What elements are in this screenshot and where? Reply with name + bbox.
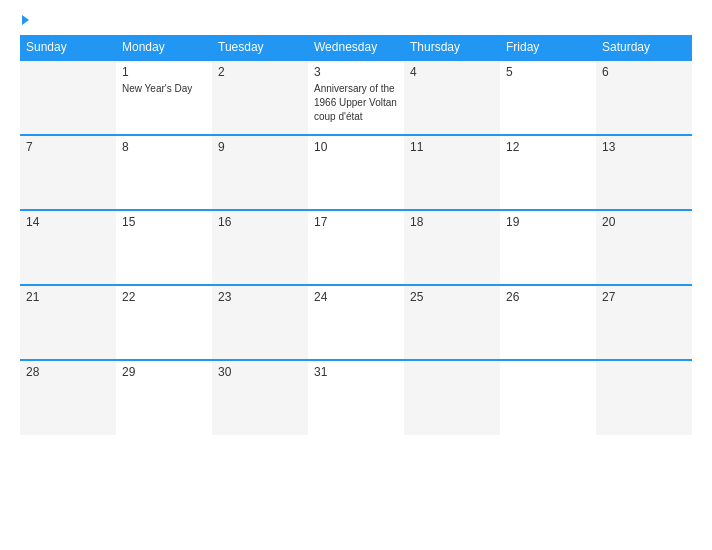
weekday-header-tuesday: Tuesday [212, 35, 308, 60]
day-number: 2 [218, 65, 302, 79]
weekday-header-monday: Monday [116, 35, 212, 60]
day-number: 17 [314, 215, 398, 229]
weekday-header-friday: Friday [500, 35, 596, 60]
calendar-cell [20, 60, 116, 135]
logo [20, 15, 29, 25]
calendar-cell: 28 [20, 360, 116, 435]
calendar-cell: 18 [404, 210, 500, 285]
day-number: 19 [506, 215, 590, 229]
logo-blue-text [20, 15, 29, 25]
day-number: 14 [26, 215, 110, 229]
day-number: 12 [506, 140, 590, 154]
day-number: 22 [122, 290, 206, 304]
calendar-cell: 21 [20, 285, 116, 360]
calendar-week-row: 21222324252627 [20, 285, 692, 360]
weekday-header-sunday: Sunday [20, 35, 116, 60]
calendar-cell: 26 [500, 285, 596, 360]
day-number: 20 [602, 215, 686, 229]
weekday-header-saturday: Saturday [596, 35, 692, 60]
logo-triangle-icon [22, 15, 29, 25]
calendar-cell: 14 [20, 210, 116, 285]
calendar-week-row: 14151617181920 [20, 210, 692, 285]
day-number: 21 [26, 290, 110, 304]
calendar-cell: 8 [116, 135, 212, 210]
calendar-week-row: 28293031 [20, 360, 692, 435]
calendar-cell: 29 [116, 360, 212, 435]
calendar-cell: 9 [212, 135, 308, 210]
calendar-cell: 12 [500, 135, 596, 210]
calendar-week-row: 78910111213 [20, 135, 692, 210]
day-number: 1 [122, 65, 206, 79]
day-number: 5 [506, 65, 590, 79]
day-number: 8 [122, 140, 206, 154]
calendar-cell: 7 [20, 135, 116, 210]
calendar-cell: 24 [308, 285, 404, 360]
calendar-cell: 22 [116, 285, 212, 360]
calendar-cell [500, 360, 596, 435]
day-number: 10 [314, 140, 398, 154]
calendar-cell: 19 [500, 210, 596, 285]
day-number: 18 [410, 215, 494, 229]
calendar-cell [596, 360, 692, 435]
calendar-cell: 25 [404, 285, 500, 360]
day-number: 11 [410, 140, 494, 154]
day-number: 15 [122, 215, 206, 229]
calendar-cell: 30 [212, 360, 308, 435]
weekday-header-row: SundayMondayTuesdayWednesdayThursdayFrid… [20, 35, 692, 60]
day-number: 25 [410, 290, 494, 304]
calendar-cell: 13 [596, 135, 692, 210]
day-number: 28 [26, 365, 110, 379]
event-name: New Year's Day [122, 83, 192, 94]
day-number: 24 [314, 290, 398, 304]
calendar-header: SundayMondayTuesdayWednesdayThursdayFrid… [20, 35, 692, 60]
calendar-cell: 31 [308, 360, 404, 435]
calendar-cell: 2 [212, 60, 308, 135]
event-name: Anniversary of the 1966 Upper Voltan cou… [314, 83, 397, 122]
calendar-cell [404, 360, 500, 435]
day-number: 9 [218, 140, 302, 154]
calendar-cell: 23 [212, 285, 308, 360]
calendar-cell: 20 [596, 210, 692, 285]
day-number: 16 [218, 215, 302, 229]
day-number: 30 [218, 365, 302, 379]
weekday-header-thursday: Thursday [404, 35, 500, 60]
calendar-cell: 11 [404, 135, 500, 210]
calendar-week-row: 1New Year's Day23Anniversary of the 1966… [20, 60, 692, 135]
calendar-cell: 5 [500, 60, 596, 135]
day-number: 13 [602, 140, 686, 154]
calendar-cell: 6 [596, 60, 692, 135]
calendar-cell: 4 [404, 60, 500, 135]
day-number: 27 [602, 290, 686, 304]
calendar-cell: 27 [596, 285, 692, 360]
weekday-header-wednesday: Wednesday [308, 35, 404, 60]
calendar-cell: 17 [308, 210, 404, 285]
day-number: 26 [506, 290, 590, 304]
calendar-cell: 1New Year's Day [116, 60, 212, 135]
calendar-cell: 16 [212, 210, 308, 285]
calendar-cell: 10 [308, 135, 404, 210]
day-number: 23 [218, 290, 302, 304]
calendar-body: 1New Year's Day23Anniversary of the 1966… [20, 60, 692, 435]
day-number: 6 [602, 65, 686, 79]
day-number: 3 [314, 65, 398, 79]
calendar-table: SundayMondayTuesdayWednesdayThursdayFrid… [20, 35, 692, 435]
day-number: 7 [26, 140, 110, 154]
day-number: 29 [122, 365, 206, 379]
calendar-cell: 15 [116, 210, 212, 285]
day-number: 31 [314, 365, 398, 379]
header [20, 15, 692, 25]
day-number: 4 [410, 65, 494, 79]
page: SundayMondayTuesdayWednesdayThursdayFrid… [0, 0, 712, 550]
calendar-cell: 3Anniversary of the 1966 Upper Voltan co… [308, 60, 404, 135]
